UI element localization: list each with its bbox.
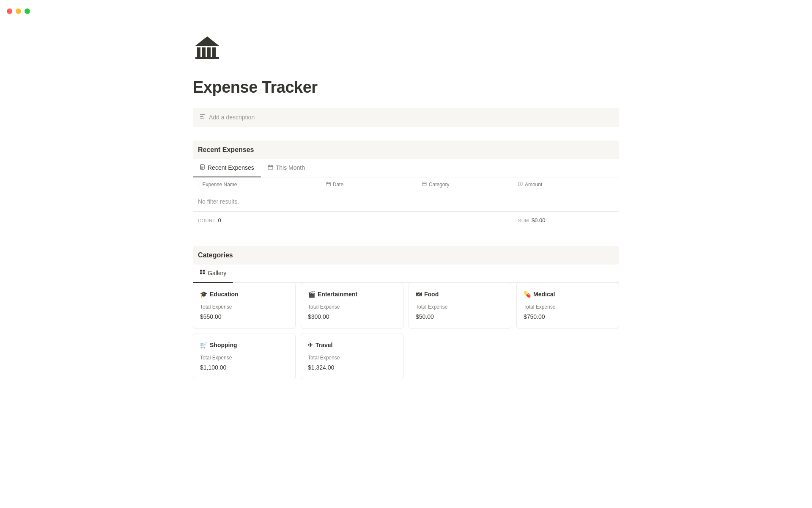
card-entertainment-title: 🎬 Entertainment <box>308 290 396 299</box>
food-icon: 🍽 <box>416 290 422 299</box>
food-field-label: Total Expense <box>416 303 504 311</box>
count-value: 0 <box>218 216 221 225</box>
card-education-title: 🎓 Education <box>200 290 288 299</box>
recent-expenses-heading: Recent Expenses <box>193 141 619 159</box>
col-amount[interactable]: $ Amount <box>518 181 614 188</box>
page-title: Expense Tracker <box>193 75 619 99</box>
date-col-icon <box>326 181 331 188</box>
svg-rect-10 <box>201 166 203 166</box>
gallery-row-1: 🎓 Education Total Expense $550.00 🎬 Ente… <box>193 283 619 329</box>
card-entertainment[interactable]: 🎬 Entertainment Total Expense $300.00 <box>301 283 403 329</box>
svg-rect-5 <box>195 57 219 59</box>
svg-rect-7 <box>200 116 203 117</box>
education-icon: 🎓 <box>200 290 207 299</box>
col-date-label: Date <box>333 181 343 188</box>
tab-this-month-label: This Month <box>276 163 305 172</box>
card-medical[interactable]: 💊 Medical Total Expense $750.00 <box>516 283 619 329</box>
table-footer: COUNT 0 SUM $0.00 <box>193 212 619 229</box>
card-education[interactable]: 🎓 Education Total Expense $550.00 <box>193 283 296 329</box>
col-category-label: Category <box>429 181 450 188</box>
card-shopping-title: 🛒 Shopping <box>200 341 288 350</box>
gallery-row-2: 🛒 Shopping Total Expense $1,100.00 ✈ Tra… <box>193 334 619 379</box>
footer-sum: SUM $0.00 <box>518 216 614 225</box>
shopping-icon: 🛒 <box>200 341 207 350</box>
svg-rect-11 <box>201 167 203 167</box>
this-month-tab-icon <box>268 164 273 172</box>
entertainment-field-value: $300.00 <box>308 312 396 321</box>
col-expense-name[interactable]: ↓ Expense Name <box>198 181 326 188</box>
svg-rect-22 <box>422 183 426 184</box>
entertainment-field-label: Total Expense <box>308 303 396 311</box>
description-bar[interactable]: Add a description <box>193 108 619 127</box>
travel-field-value: $1,324.00 <box>308 363 396 372</box>
page-icon <box>193 34 619 67</box>
svg-rect-17 <box>326 182 330 186</box>
tab-recent-expenses[interactable]: Recent Expenses <box>193 159 261 177</box>
recent-expenses-section: Recent Expenses Recent Expenses <box>193 141 619 229</box>
card-travel-title: ✈ Travel <box>308 341 396 350</box>
travel-icon: ✈ <box>308 341 313 350</box>
minimize-button[interactable] <box>16 8 21 14</box>
medical-field-value: $750.00 <box>524 312 612 321</box>
categories-section: Categories Gallery 🎓 <box>193 246 619 379</box>
gallery-tab-label: Gallery <box>208 269 226 278</box>
shopping-field-value: $1,100.00 <box>200 363 288 372</box>
maximize-button[interactable] <box>25 8 30 14</box>
svg-rect-12 <box>201 168 203 168</box>
description-icon <box>200 113 206 122</box>
travel-label: Travel <box>315 341 332 350</box>
close-button[interactable] <box>7 8 12 14</box>
card-food-title: 🍽 Food <box>416 290 504 299</box>
svg-rect-27 <box>203 270 205 272</box>
recent-expenses-tabs: Recent Expenses This Month <box>193 159 619 177</box>
medical-field-label: Total Expense <box>524 303 612 311</box>
education-field-value: $550.00 <box>200 312 288 321</box>
svg-rect-19 <box>329 182 329 183</box>
svg-rect-8 <box>200 118 204 119</box>
count-label: COUNT <box>198 217 216 224</box>
tab-recent-expenses-label: Recent Expenses <box>208 163 254 172</box>
svg-rect-0 <box>197 47 200 57</box>
travel-field-label: Total Expense <box>308 354 396 362</box>
medical-icon: 💊 <box>524 290 531 299</box>
gallery-tab-icon <box>200 269 205 277</box>
col-category[interactable]: Category <box>422 181 518 188</box>
card-food[interactable]: 🍽 Food Total Expense $50.00 <box>409 283 511 329</box>
col-expense-name-label: Expense Name <box>203 181 237 188</box>
card-medical-title: 💊 Medical <box>524 290 612 299</box>
sort-icon: ↓ <box>198 181 200 188</box>
categories-tabs: Gallery <box>193 265 619 283</box>
sum-value: $0.00 <box>532 216 546 225</box>
card-shopping[interactable]: 🛒 Shopping Total Expense $1,100.00 <box>193 334 296 379</box>
svg-rect-6 <box>200 114 205 115</box>
page-content: Expense Tracker Add a description Recent… <box>152 0 660 422</box>
categories-heading: Categories <box>193 246 619 265</box>
education-label: Education <box>210 290 239 299</box>
svg-rect-23 <box>424 182 424 186</box>
food-field-value: $50.00 <box>416 312 504 321</box>
amount-col-icon: $ <box>518 181 523 188</box>
svg-rect-1 <box>202 47 206 57</box>
entertainment-icon: 🎬 <box>308 290 315 299</box>
card-travel[interactable]: ✈ Travel Total Expense $1,324.00 <box>301 334 403 379</box>
svg-text:$: $ <box>520 183 521 185</box>
sum-label: SUM <box>518 217 529 224</box>
tab-gallery[interactable]: Gallery <box>193 265 233 283</box>
svg-rect-26 <box>200 270 202 272</box>
category-col-icon <box>422 181 427 188</box>
svg-rect-2 <box>207 47 211 57</box>
svg-rect-20 <box>326 183 330 184</box>
svg-rect-28 <box>200 273 202 275</box>
col-amount-label: Amount <box>525 181 542 188</box>
svg-rect-13 <box>268 165 273 169</box>
shopping-field-label: Total Expense <box>200 354 288 362</box>
col-date[interactable]: Date <box>326 181 422 188</box>
titlebar <box>0 0 812 22</box>
svg-rect-16 <box>268 166 273 167</box>
tab-this-month[interactable]: This Month <box>261 159 312 177</box>
svg-rect-29 <box>203 273 205 275</box>
medical-label: Medical <box>533 290 555 299</box>
food-label: Food <box>424 290 439 299</box>
education-field-label: Total Expense <box>200 303 288 311</box>
table-header: ↓ Expense Name Date <box>193 177 619 192</box>
